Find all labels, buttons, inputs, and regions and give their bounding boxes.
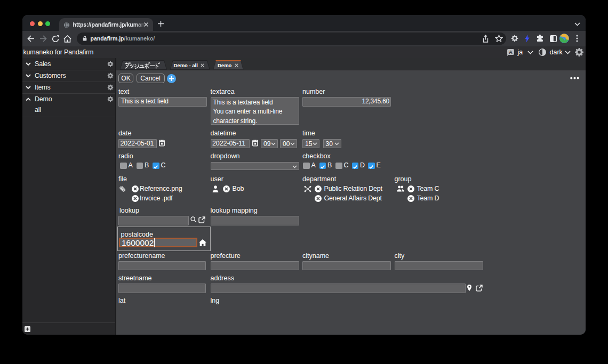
svg-text:A: A <box>509 49 513 55</box>
